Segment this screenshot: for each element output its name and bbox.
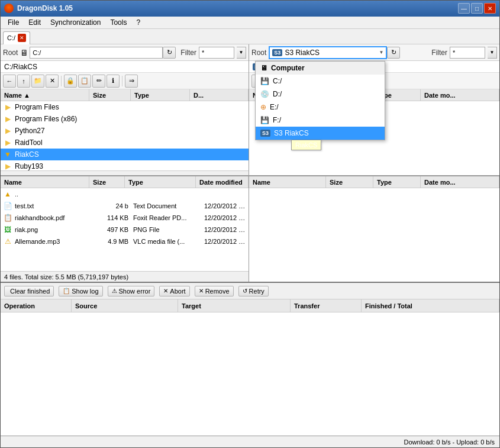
remove-button[interactable]: ✕ Remove (195, 286, 234, 296)
s3-badge: S3 (272, 49, 282, 56)
right-filter-input[interactable] (450, 47, 485, 59)
file-type: PNG File (133, 226, 204, 233)
retry-icon: ↺ (243, 288, 247, 294)
retry-button[interactable]: ↺ Retry (238, 286, 269, 296)
file-name: test.txt (15, 202, 98, 210)
rbottom-col-type[interactable]: Type (373, 176, 421, 188)
left-refresh-button[interactable]: ↻ (163, 47, 176, 59)
folder-name: Program Files (15, 103, 59, 111)
transfer-status-text: Download: 0 b/s - Upload: 0 b/s (404, 439, 495, 446)
op-col-target[interactable]: Target (178, 299, 291, 312)
abort-label: Abort (170, 288, 185, 295)
file-type: Foxit Reader PD... (133, 214, 204, 221)
file-date: 12/20/2012 2:26:5... (204, 202, 246, 210)
list-item[interactable]: ▼ RiakCS (1, 149, 249, 160)
abort-button[interactable]: ✕ Abort (159, 286, 189, 296)
dropdown-item-f[interactable]: 💾 F:/ (256, 114, 385, 127)
list-item[interactable]: 📄 test.txt 24 b Text Document 12/20/2012… (1, 200, 249, 212)
left-file-status: 4 files. Total size: 5.5 MB (5,719,197 b… (1, 271, 249, 282)
list-item[interactable]: ▶ RaidTool (1, 137, 249, 149)
show-error-icon: ⚠ (112, 288, 117, 294)
left-folder-list: ▶ Program Files ▶ Program Files (x86) ▶ … (1, 101, 249, 170)
op-table-body (1, 312, 499, 436)
left-up-button[interactable]: ↑ (17, 75, 30, 88)
left-transfer-button[interactable]: ⇒ (125, 75, 138, 88)
menu-bar: File Edit Synchronization Tools ? (1, 17, 499, 29)
bottom-col-size[interactable]: Size (89, 176, 125, 188)
list-item[interactable]: 📋 riakhandbook.pdf 114 KB Foxit Reader P… (1, 212, 249, 224)
left-move-button[interactable]: 📋 (78, 75, 91, 88)
left-info-button[interactable]: ℹ (107, 75, 120, 88)
file-type: Text Document (133, 202, 204, 210)
left-address-input[interactable] (30, 47, 163, 59)
bottom-col-name[interactable]: Name (1, 176, 89, 188)
right-address-combo[interactable]: S3 S3 RiakCS ▼ (269, 46, 387, 59)
rbottom-col-date[interactable]: Date mo... (421, 176, 499, 188)
dropdown-item-label: C:/ (273, 77, 282, 85)
left-filter-input[interactable] (199, 47, 234, 59)
bottom-col-type[interactable]: Type (125, 176, 196, 188)
maximize-button[interactable]: □ (471, 3, 483, 14)
bottom-panels-row: Name Size Type Date modified ▲ .. 📄 te (1, 175, 499, 282)
show-error-button[interactable]: ⚠ Show error (108, 286, 155, 296)
folder-name: Python27 (15, 127, 45, 135)
tab-close-button[interactable]: ✕ (18, 34, 26, 42)
left-filter-dropdown[interactable]: ▼ (237, 47, 246, 59)
drive-f-icon: 💾 (260, 116, 269, 124)
left-copy-button[interactable]: 🔒 (64, 75, 77, 88)
left-back-button[interactable]: ← (3, 75, 16, 88)
op-col-finished[interactable]: Finished / Total (362, 299, 499, 312)
close-button[interactable]: ✕ (484, 3, 496, 14)
tab-label: C:/ (7, 34, 15, 41)
left-rename-button[interactable]: ✏ (92, 75, 105, 88)
toolbar-separator (61, 76, 62, 86)
rbottom-col-size[interactable]: Size (326, 176, 373, 188)
list-item[interactable]: ▲ .. (1, 188, 249, 200)
show-log-label: Show log (72, 288, 98, 295)
list-item[interactable]: ▶ Program Files (1, 101, 249, 113)
right-filter-dropdown[interactable]: ▼ (488, 47, 497, 59)
show-log-button[interactable]: 📋 Show log (59, 286, 102, 296)
left-col-size[interactable]: Size (89, 89, 131, 101)
list-item[interactable]: ▶ Program Files (x86) (1, 113, 249, 125)
clear-finished-button[interactable]: Clear finished (4, 286, 54, 296)
left-path-bar: C:/RiakCS (1, 61, 249, 73)
file-date: 12/20/2012 2:26:... (204, 214, 246, 221)
right-root-label: Root (251, 49, 266, 57)
right-bottom-file-list (249, 188, 499, 282)
folder-name: RaidTool (15, 138, 43, 147)
folder-open-icon: ▼ (3, 150, 12, 159)
left-col-name[interactable]: Name ▲ (1, 89, 89, 101)
op-col-transfer[interactable]: Transfer (291, 299, 362, 312)
op-col-source[interactable]: Source (72, 299, 178, 312)
dropdown-item-d[interactable]: 💿 D:/ (256, 88, 385, 101)
list-item[interactable]: ▶ Python27 (1, 125, 249, 137)
menu-tools[interactable]: Tools (105, 17, 131, 28)
tooltip-riakcs: RiakCS (291, 140, 321, 150)
menu-edit[interactable]: Edit (24, 17, 46, 28)
dropdown-item-e[interactable]: ⊕ E:/ (256, 101, 385, 114)
left-new-folder-button[interactable]: 📁 (31, 75, 44, 88)
right-col-date[interactable]: Date mo... (421, 89, 499, 101)
bottom-col-date[interactable]: Date modified (196, 176, 249, 188)
dropdown-item-riakcs[interactable]: S3 S3 RiakCS RiakCS (256, 127, 385, 140)
menu-help[interactable]: ? (131, 17, 145, 28)
right-refresh-button[interactable]: ↻ (387, 47, 400, 59)
menu-file[interactable]: File (3, 17, 24, 28)
rbottom-col-name[interactable]: Name (249, 176, 326, 188)
dropdown-item-label: D:/ (273, 90, 282, 98)
left-col-type[interactable]: Type (131, 89, 190, 101)
tab-c-drive[interactable]: C:/ ✕ (3, 31, 30, 44)
minimize-button[interactable]: — (458, 3, 470, 14)
menu-synchronization[interactable]: Synchronization (46, 17, 105, 28)
list-item[interactable]: 🖼 riak.png 497 KB PNG File 12/20/2012 2:… (1, 224, 249, 236)
list-item[interactable]: ▶ Ruby193 (1, 160, 249, 170)
op-col-operation[interactable]: Operation (1, 299, 72, 312)
right-address-bar: Root S3 S3 RiakCS ▼ ↻ Filter ▼ (249, 44, 499, 61)
op-toolbar: Clear finished 📋 Show log ⚠ Show error ✕… (1, 283, 499, 299)
left-delete-button[interactable]: ✕ (46, 75, 59, 88)
dropdown-item-c[interactable]: 💾 C:/ (256, 75, 385, 88)
left-col-date[interactable]: D... (190, 89, 249, 101)
list-item[interactable]: ⚠ Allemande.mp3 4.9 MB VLC media file (.… (1, 236, 249, 247)
folder-icon: ▶ (3, 114, 12, 124)
